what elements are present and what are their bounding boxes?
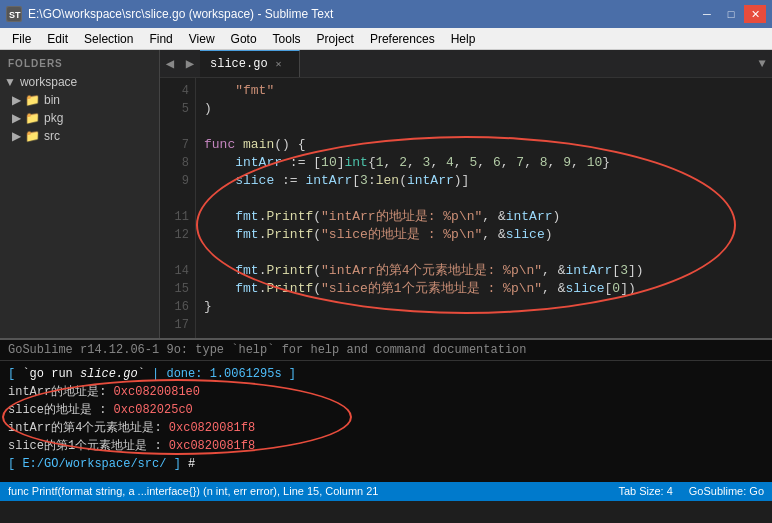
menu-bar: File Edit Selection Find View Goto Tools… [0,28,772,50]
menu-goto[interactable]: Goto [223,28,265,49]
console-cmd-text: `go run slice.go` [22,367,144,381]
app-icon: ST [6,6,22,22]
expand-icon: ▶ [12,129,21,143]
menu-preferences[interactable]: Preferences [362,28,443,49]
menu-help[interactable]: Help [443,28,484,49]
top-area: FOLDERS ▼ workspace ▶ 📁 bin ▶ 📁 pkg ▶ 📁 … [0,50,772,338]
menu-tools[interactable]: Tools [265,28,309,49]
console-line-prompt: [ E:/GO/workspace/src/ ] # [8,455,764,473]
tab-label: slice.go [210,57,268,71]
code-line-9: slice := intArr[3:len(intArr)] [204,172,764,190]
workspace-label: workspace [20,75,77,89]
folders-header: FOLDERS [0,54,159,73]
code-line-15: fmt.Printf("slice的第1个元素地址是 : %p\n", &sli… [204,280,764,298]
status-plugin: GoSublime: Go [689,485,764,497]
console-line-3: intArr的第4个元素地址是: 0xc0820081f8 [8,419,764,437]
folder-icon: 📁 [25,93,40,107]
code-line-11: fmt.Printf("intArr的地址是: %p\n", &intArr) [204,208,764,226]
code-line-17 [204,316,764,334]
tab-next-button[interactable]: ▶ [180,50,200,77]
tab-dropdown-button[interactable]: ▼ [752,50,772,77]
menu-view[interactable]: View [181,28,223,49]
console-header-text: GoSublime r14.12.06-1 9o: type `help` fo… [8,343,526,357]
code-line-blank2 [204,190,764,208]
menu-edit[interactable]: Edit [39,28,76,49]
console-line-4: slice的第1个元素地址是 : 0xc0820081f8 [8,437,764,455]
tab-slice-go[interactable]: slice.go ✕ [200,50,300,77]
sidebar-item-workspace[interactable]: ▼ workspace [0,73,159,91]
menu-find[interactable]: Find [141,28,180,49]
code-line-4: "fmt" [204,82,764,100]
line-numbers: 4 5 7 8 9 11 12 14 15 16 17 [160,78,196,338]
console-line-2: slice的地址是 : 0xc082025c0 [8,401,764,419]
minimize-button[interactable]: ─ [696,5,718,23]
window-title: E:\GO\workspace\src\slice.go (workspace)… [28,7,333,21]
menu-selection[interactable]: Selection [76,28,141,49]
status-tab-size: Tab Size: 4 [618,485,672,497]
code-line-8: intArr := [10]int{1, 2, 3, 4, 5, 6, 7, 8… [204,154,764,172]
menu-file[interactable]: File [4,28,39,49]
src-label: src [44,129,60,143]
tab-prev-button[interactable]: ◀ [160,50,180,77]
console-result-4: slice的第1个元素地址是 : 0xc0820081f8 [8,439,255,453]
console-result-3: intArr的第4个元素地址是: 0xc0820081f8 [8,421,255,435]
code-line-14: fmt.Printf("intArr的第4个元素地址是: %p\n", &int… [204,262,764,280]
tab-close-button[interactable]: ✕ [276,58,282,70]
code-line-12: fmt.Printf("slice的地址是 : %p\n", &slice) [204,226,764,244]
console-line-cmd: [ `go run slice.go` | done: 1.0061295s ] [8,365,764,383]
expand-icon: ▶ [12,111,21,125]
expand-icon: ▼ [4,75,16,89]
console-header: GoSublime r14.12.06-1 9o: type `help` fo… [0,340,772,361]
code-line-blank3 [204,244,764,262]
console-result-2: slice的地址是 : 0xc082025c0 [8,403,193,417]
editor-area: ◀ ▶ slice.go ✕ ▼ 4 5 7 8 9 11 [160,50,772,338]
sidebar-item-pkg[interactable]: ▶ 📁 pkg [0,109,159,127]
status-bar: func Printf(format string, a ...interfac… [0,482,772,501]
code-line-7: func main() { [204,136,764,154]
maximize-button[interactable]: □ [720,5,742,23]
console-result-1: intArr的地址是: 0xc0820081e0 [8,385,200,399]
svg-text:ST: ST [9,10,21,20]
pkg-label: pkg [44,111,63,125]
sidebar: FOLDERS ▼ workspace ▶ 📁 bin ▶ 📁 pkg ▶ 📁 … [0,50,160,338]
console-line-1: intArr的地址是: 0xc0820081e0 [8,383,764,401]
title-bar: ST E:\GO\workspace\src\slice.go (workspa… [0,0,772,28]
bin-label: bin [44,93,60,107]
console-area: GoSublime r14.12.06-1 9o: type `help` fo… [0,338,772,482]
code-editor[interactable]: "fmt" ) func main() { intArr := [10]int{… [196,78,772,338]
console-cursor: # [188,457,195,471]
code-line-5: ) [204,100,764,118]
main-layout: FOLDERS ▼ workspace ▶ 📁 bin ▶ 📁 pkg ▶ 📁 … [0,50,772,501]
status-info: func Printf(format string, a ...interfac… [8,485,379,497]
code-line-16: } [204,298,764,316]
console-bracket: [ [8,367,22,381]
close-button[interactable]: ✕ [744,5,766,23]
console-content[interactable]: [ `go run slice.go` | done: 1.0061295s ]… [0,361,772,482]
tab-bar: ◀ ▶ slice.go ✕ ▼ [160,50,772,78]
code-container[interactable]: 4 5 7 8 9 11 12 14 15 16 17 [160,78,772,338]
sidebar-item-src[interactable]: ▶ 📁 src [0,127,159,145]
code-line-blank1 [204,118,764,136]
folder-icon: 📁 [25,129,40,143]
console-prompt-text: [ E:/GO/workspace/src/ ] [8,457,188,471]
folder-icon: 📁 [25,111,40,125]
console-done: | done: 1.0061295s ] [145,367,296,381]
expand-icon: ▶ [12,93,21,107]
sidebar-item-bin[interactable]: ▶ 📁 bin [0,91,159,109]
menu-project[interactable]: Project [309,28,362,49]
